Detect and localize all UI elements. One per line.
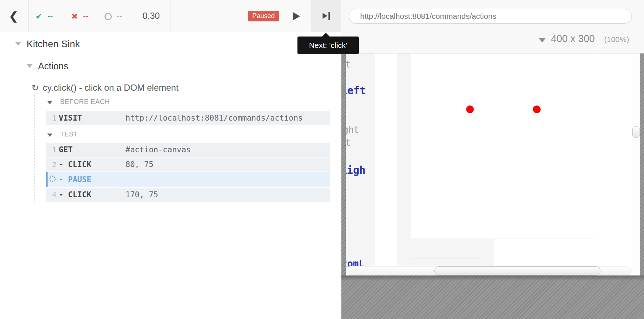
command-method: - CLICK (59, 157, 92, 171)
horizontal-scrollbar-thumb[interactable] (434, 266, 600, 275)
click-dot (466, 105, 474, 113)
action-canvas[interactable] (411, 53, 595, 239)
command-method: GET (59, 143, 73, 157)
section-collapse-icon[interactable] (47, 101, 52, 104)
stat-pending: -- (104, 0, 123, 32)
page-text-fragment: ht (346, 138, 351, 148)
url-text: http://localhost:8081/commands/actions (360, 9, 496, 23)
click-dot (533, 105, 541, 113)
aut-header: http://localhost:8081/commands/actions 4… (341, 0, 644, 53)
viewport-size[interactable]: 400 x 300 (551, 33, 595, 45)
command-message: #action-canvas (125, 143, 191, 157)
command-row-visit[interactable]: 1 VISIT http://localhost:8081/commands/a… (46, 111, 330, 125)
vertical-scrollbar-track[interactable] (632, 53, 640, 275)
tooltip-label: Next: 'click' (309, 41, 347, 49)
command-message: 80, 75 (125, 157, 154, 171)
stat-failed: ✖-- (71, 0, 89, 32)
section-before-each[interactable]: BEFORE EACH (60, 98, 110, 106)
pending-count: -- (117, 12, 123, 20)
command-number: 4 (48, 188, 56, 202)
cypress-runner: ❮ ✔-- ✖-- -- 0.30 Paused (0, 0, 644, 319)
aut-background: ht Left ight ht Righ tomL (341, 53, 644, 319)
command-method: VISIT (59, 111, 82, 125)
reporter-toolbar: ❮ ✔-- ✖-- -- 0.30 Paused (0, 0, 341, 32)
spinner-icon (49, 176, 56, 182)
next-step-button[interactable] (311, 0, 341, 32)
step-forward-icon (323, 12, 330, 20)
section-collapse-icon[interactable] (47, 134, 52, 137)
check-icon: ✔ (35, 12, 42, 21)
next-tooltip: Next: 'click' (297, 37, 359, 54)
paused-badge: Paused (248, 11, 279, 21)
suite-actions[interactable]: Actions (38, 61, 68, 72)
suite-collapse-icon[interactable] (15, 42, 21, 46)
suite-collapse-icon[interactable] (27, 64, 32, 68)
elapsed-time: 0.30 (132, 0, 171, 32)
url-bar[interactable]: http://localhost:8081/commands/actions (349, 9, 632, 24)
refresh-icon: ↻ (31, 83, 39, 93)
circle-icon (104, 13, 112, 20)
page-text-fragment: ht (346, 59, 351, 70)
command-message: http://localhost:8081/commands/actions (125, 111, 303, 125)
command-row-click-1[interactable]: 2 - CLICK 80, 75 (46, 157, 330, 171)
page-code-block (397, 53, 411, 239)
suite-kitchen-sink[interactable]: Kitchen Sink (27, 38, 80, 50)
command-number: 1 (48, 143, 56, 157)
page-link-fragment[interactable]: Left (346, 84, 366, 97)
back-button[interactable]: ❮ (0, 0, 29, 32)
command-row-pause[interactable]: - PAUSE (46, 172, 330, 187)
reporter-panel: ❮ ✔-- ✖-- -- 0.30 Paused (0, 0, 341, 319)
vertical-scrollbar-thumb[interactable] (632, 126, 640, 138)
command-method: - CLICK (59, 188, 92, 202)
tooltip-caret (322, 33, 330, 37)
iframe-bottom-shadow (341, 275, 644, 281)
test-title[interactable]: cy.click() - click on a DOM element (43, 83, 179, 93)
stat-passed: ✔-- (35, 0, 53, 32)
command-message: 170, 75 (125, 188, 158, 202)
viewport-scale: (100%) (604, 35, 629, 44)
test-stats: ✔-- ✖-- -- (29, 0, 132, 32)
aut-panel: http://localhost:8081/commands/actions 4… (341, 0, 644, 319)
command-row-click-2[interactable]: 4 - CLICK 170, 75 (46, 188, 330, 202)
chevron-down-icon[interactable] (539, 38, 545, 42)
command-number: 2 (48, 157, 56, 171)
resume-button[interactable] (290, 10, 303, 23)
section-test[interactable]: TEST (60, 131, 78, 138)
aut-page: ht Left ight ht Righ tomL (346, 53, 632, 275)
indent-guide (34, 95, 35, 202)
failed-count: -- (83, 12, 89, 20)
command-row-get[interactable]: 1 GET #action-canvas (46, 143, 330, 157)
command-number: 1 (48, 111, 56, 125)
chevron-left-icon: ❮ (9, 10, 18, 22)
passed-count: -- (47, 12, 53, 20)
page-divider (410, 259, 480, 259)
page-text-fragment: ight (346, 125, 359, 135)
x-icon: ✖ (71, 12, 78, 21)
page-code-block (397, 239, 494, 266)
page-link-fragment[interactable]: Righ (346, 164, 365, 176)
play-icon (293, 12, 300, 20)
command-method: - PAUSE (59, 172, 92, 187)
